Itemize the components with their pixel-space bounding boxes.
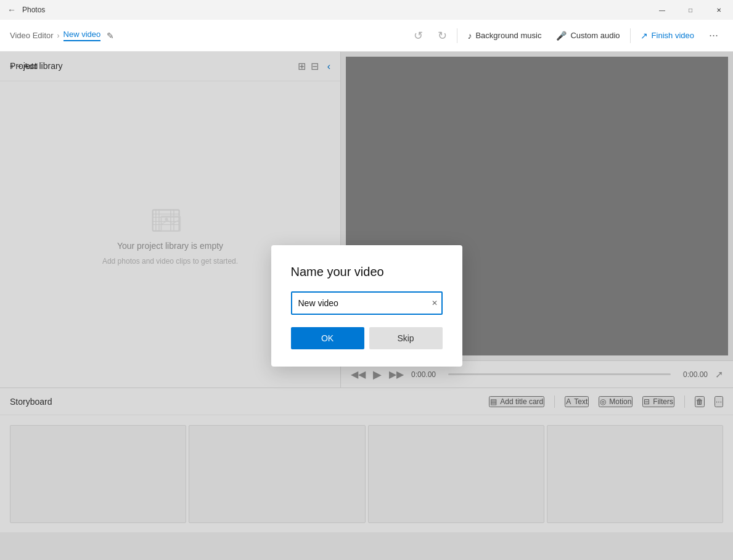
dialog-title: Name your video (291, 265, 443, 279)
ok-button[interactable]: OK (291, 327, 364, 349)
custom-audio-button[interactable]: 🎤 Custom audio (551, 28, 624, 43)
audio-icon: 🎤 (556, 31, 567, 41)
redo-button[interactable]: ↻ (433, 26, 452, 45)
title-bar: ← Photos — □ ✕ (0, 0, 733, 20)
toolbar-more-button[interactable]: ··· (704, 26, 723, 44)
dialog-input-wrap: ✕ (291, 291, 443, 315)
toolbar-separator-2 (630, 28, 631, 43)
undo-redo-controls: ↺ ↻ (409, 26, 452, 45)
dialog-buttons: OK Skip (291, 327, 443, 349)
export-icon: ↗ (641, 31, 648, 41)
undo-button[interactable]: ↺ (409, 26, 428, 45)
clear-input-button[interactable]: ✕ (432, 299, 438, 307)
edit-title-icon[interactable]: ✎ (107, 31, 114, 41)
window-controls: — □ ✕ (648, 0, 733, 20)
background-music-button[interactable]: ♪ Background music (462, 28, 546, 43)
breadcrumb: Video Editor › New video ✎ (10, 30, 404, 41)
skip-button[interactable]: Skip (369, 327, 443, 349)
finish-video-button[interactable]: ↗ Finish video (636, 28, 699, 43)
dialog-overlay: Name your video ✕ OK Skip (0, 52, 733, 560)
breadcrumb-chevron-icon: › (57, 31, 60, 40)
back-arrow-icon[interactable]: ← (7, 5, 16, 15)
music-note-icon: ♪ (467, 31, 472, 41)
maximize-button[interactable]: □ (676, 0, 705, 20)
main-toolbar: Video Editor › New video ✎ ↺ ↻ ♪ Backgro… (0, 20, 733, 52)
minimize-button[interactable]: — (648, 0, 676, 20)
title-bar-left: ← Photos (7, 5, 45, 15)
breadcrumb-parent[interactable]: Video Editor (10, 31, 54, 40)
breadcrumb-current: New video (63, 30, 101, 41)
app-title: Photos (22, 6, 45, 14)
name-video-dialog: Name your video ✕ OK Skip (271, 245, 462, 367)
video-name-input[interactable] (291, 291, 443, 315)
close-button[interactable]: ✕ (705, 0, 733, 20)
toolbar-separator-1 (457, 28, 457, 43)
